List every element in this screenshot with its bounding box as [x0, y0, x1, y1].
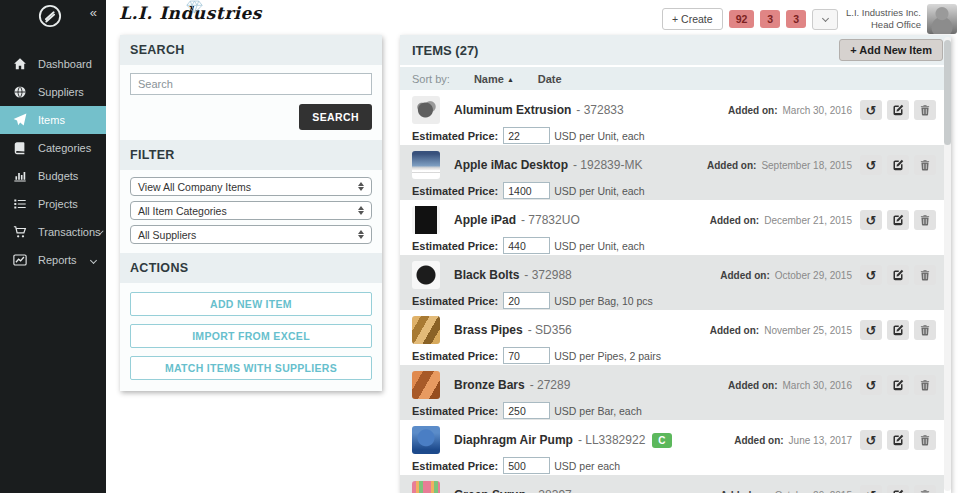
edit-button[interactable]	[887, 265, 909, 285]
filter-supplier-select[interactable]: All Suppliers	[130, 225, 372, 244]
sidebar-item-projects[interactable]: Projects	[0, 190, 106, 218]
item-row: Green Syrup - 28397 Added on: October 29…	[400, 475, 944, 493]
item-row: Brass Pipes - SD356 Added on: November 2…	[400, 310, 944, 365]
price-unit: USD per Pipes, 2 pairs	[554, 350, 661, 362]
search-button[interactable]: SEARCH	[299, 104, 372, 130]
create-button[interactable]: + Create	[662, 8, 723, 30]
delete-button[interactable]	[914, 210, 936, 230]
globe-icon	[13, 85, 27, 99]
estimated-price-label: Estimated Price:	[412, 350, 498, 362]
items-scrollbar-thumb[interactable]	[944, 40, 951, 145]
sidebar-item-suppliers[interactable]: Suppliers	[0, 78, 106, 106]
delete-button[interactable]	[914, 485, 936, 493]
filter-category-select[interactable]: All Item Categories	[130, 201, 372, 220]
sidebar-item-label: Projects	[38, 198, 78, 210]
history-button[interactable]: ↺	[860, 100, 882, 120]
delete-button[interactable]	[914, 320, 936, 340]
added-on-date: March 30, 2016	[783, 105, 853, 116]
filter-card: SEARCH SEARCH FILTER View All Company It…	[120, 35, 382, 391]
sort-by-date[interactable]: Date	[538, 73, 562, 85]
price-input[interactable]	[503, 237, 550, 254]
sidebar-item-reports[interactable]: Reports	[0, 246, 106, 274]
items-scrollbar[interactable]	[944, 37, 951, 491]
edit-button[interactable]	[887, 100, 909, 120]
history-button[interactable]: ↺	[860, 375, 882, 395]
sidebar-item-dashboard[interactable]: Dashboard	[0, 50, 106, 78]
edit-button[interactable]	[887, 210, 909, 230]
search-input[interactable]	[130, 73, 372, 95]
item-row: Aluminum Extrusion - 372833 Added on: Ma…	[400, 90, 944, 145]
delete-button[interactable]	[914, 100, 936, 120]
company-logo[interactable]: L.I. Industries	[119, 3, 262, 23]
item-thumbnail[interactable]	[412, 426, 440, 454]
actions-section-title: ACTIONS	[120, 253, 382, 283]
account-company: L.I. Industries Inc.	[846, 7, 921, 19]
added-on-label: Added on:	[720, 270, 769, 281]
item-thumbnail[interactable]	[412, 316, 440, 344]
edit-button[interactable]	[887, 320, 909, 340]
price-input[interactable]	[503, 402, 550, 419]
items-panel: ITEMS (27) + Add New Item Sort by: Name▲…	[400, 35, 951, 493]
actions-section-body: ADD NEW ITEM IMPORT FROM EXCEL MATCH ITE…	[120, 283, 382, 391]
history-button[interactable]: ↺	[860, 210, 882, 230]
item-name[interactable]: Brass Pipes	[454, 323, 523, 337]
item-name[interactable]: Black Bolts	[454, 268, 519, 282]
item-thumbnail[interactable]	[412, 261, 440, 289]
price-input[interactable]	[503, 347, 550, 364]
sidebar-item-categories[interactable]: Categories	[0, 134, 106, 162]
avatar[interactable]	[927, 4, 957, 34]
added-on-date: October 29, 2015	[775, 270, 852, 281]
item-thumbnail[interactable]	[412, 371, 440, 399]
item-name[interactable]: Diaphragm Air Pump	[454, 433, 573, 447]
edit-button[interactable]	[887, 485, 909, 493]
filter-category-value: All Item Categories	[138, 205, 227, 217]
sort-by-name[interactable]: Name▲	[474, 73, 514, 85]
price-input[interactable]	[503, 182, 550, 199]
history-button[interactable]: ↺	[860, 265, 882, 285]
item-thumbnail[interactable]	[412, 151, 440, 179]
item-flag-badge[interactable]: C	[652, 433, 671, 448]
delete-button[interactable]	[914, 430, 936, 450]
price-input[interactable]	[503, 457, 550, 474]
add-new-item-button[interactable]: + Add New Item	[839, 39, 943, 61]
estimated-price-label: Estimated Price:	[412, 405, 498, 417]
history-button[interactable]: ↺	[860, 430, 882, 450]
edit-button[interactable]	[887, 430, 909, 450]
price-unit: USD per Bar, each	[554, 405, 642, 417]
sidebar-item-label: Transactions	[38, 226, 101, 238]
sidebar-item-budgets[interactable]: Budgets	[0, 162, 106, 190]
delete-button[interactable]	[914, 375, 936, 395]
notification-badge-3[interactable]: 3	[786, 10, 806, 28]
item-thumbnail[interactable]	[412, 481, 440, 493]
item-thumbnail[interactable]	[412, 206, 440, 234]
sidebar-item-transactions[interactable]: Transactions	[0, 218, 106, 246]
delete-button[interactable]	[914, 155, 936, 175]
filter-company-select[interactable]: View All Company Items	[130, 177, 372, 196]
import-from-excel-button[interactable]: IMPORT FROM EXCEL	[130, 324, 372, 348]
history-button[interactable]: ↺	[860, 320, 882, 340]
added-on-label: Added on:	[710, 215, 759, 226]
history-button[interactable]: ↺	[860, 155, 882, 175]
match-items-suppliers-button[interactable]: MATCH ITEMS WITH SUPPLIERS	[130, 356, 372, 380]
item-name[interactable]: Aluminum Extrusion	[454, 103, 571, 117]
sidebar-collapse-button[interactable]: «	[90, 5, 97, 20]
edit-button[interactable]	[887, 375, 909, 395]
add-new-item-action-button[interactable]: ADD NEW ITEM	[130, 292, 372, 316]
item-name[interactable]: Green Syrup	[454, 488, 526, 493]
app-logo-icon[interactable]	[38, 4, 62, 28]
history-button[interactable]: ↺	[860, 485, 882, 493]
price-input[interactable]	[503, 292, 550, 309]
sidebar-item-label: Budgets	[38, 170, 78, 182]
price-input[interactable]	[503, 127, 550, 144]
notification-badge-2[interactable]: 3	[760, 10, 780, 28]
item-name[interactable]: Apple iMac Desktop	[454, 158, 568, 172]
delete-button[interactable]	[914, 265, 936, 285]
item-thumbnail[interactable]	[412, 96, 440, 124]
item-name[interactable]: Apple iPad	[454, 213, 516, 227]
edit-button[interactable]	[887, 155, 909, 175]
chevron-down-icon	[90, 256, 97, 263]
sidebar-item-items[interactable]: Items	[0, 106, 106, 134]
notification-badge-1[interactable]: 92	[729, 10, 755, 28]
item-name[interactable]: Bronze Bars	[454, 378, 525, 392]
account-dropdown-button[interactable]	[812, 9, 838, 30]
